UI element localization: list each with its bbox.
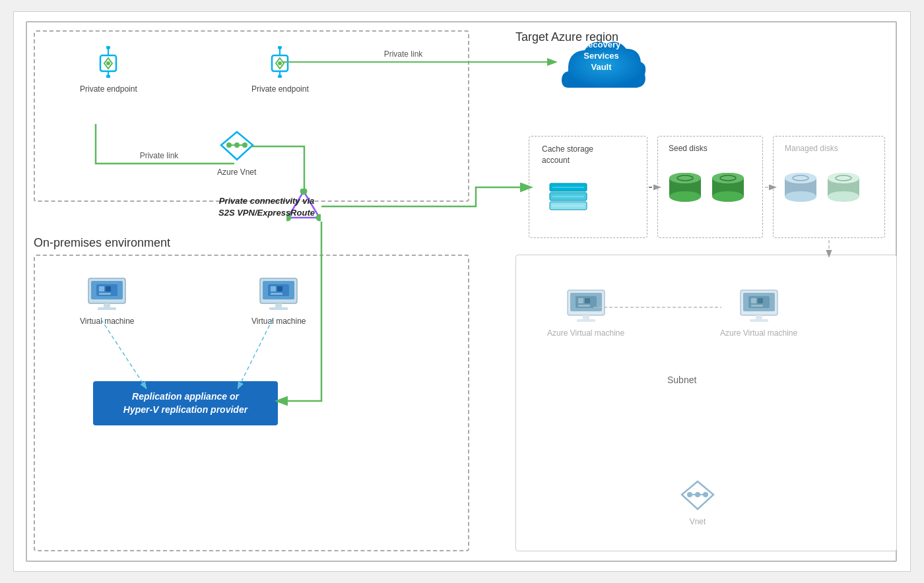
onprem-label: On-premises environment xyxy=(34,236,170,250)
svg-point-85 xyxy=(703,492,708,497)
svg-point-10 xyxy=(278,46,282,49)
svg-point-17 xyxy=(242,142,248,148)
replication-appliance-label: Replication appliance orHyper-V replicat… xyxy=(123,391,248,415)
svg-point-11 xyxy=(278,75,282,78)
target-vnet-icon-group: Vnet xyxy=(680,480,715,526)
svg-point-84 xyxy=(695,492,700,497)
azure-vnet-group: Azure Vnet xyxy=(217,131,256,177)
target-vnet-icon xyxy=(680,480,715,510)
svg-point-13 xyxy=(278,61,282,65)
svg-point-63 xyxy=(828,191,859,202)
svg-point-3 xyxy=(106,46,110,49)
svg-rect-68 xyxy=(583,315,589,319)
svg-rect-26 xyxy=(104,303,110,307)
svg-rect-73 xyxy=(578,305,590,307)
svg-rect-80 xyxy=(758,298,763,303)
svg-rect-76 xyxy=(756,315,762,319)
private-endpoint-1-group: Private endpoint xyxy=(80,46,137,94)
azure-vm-2-group: Azure Virtual machine xyxy=(720,288,797,338)
svg-rect-37 xyxy=(271,286,276,292)
private-endpoint-2-group: Private endpoint xyxy=(251,46,309,94)
svg-point-15 xyxy=(226,142,232,148)
svg-rect-79 xyxy=(751,298,756,303)
recovery-vault-label: RecoveryServicesVault xyxy=(555,40,647,73)
private-endpoint-2-icon xyxy=(264,46,296,78)
managed-disk-1 xyxy=(783,169,819,208)
azure-vm-1-label: Azure Virtual machine xyxy=(547,328,624,338)
diagram-container: Target Azure region RecoveryServicesVaul… xyxy=(13,11,911,572)
vm-1-icon xyxy=(86,276,128,310)
svg-point-6 xyxy=(106,61,110,65)
seed-disk-2 xyxy=(710,169,746,208)
svg-rect-34 xyxy=(275,303,282,307)
svg-point-48 xyxy=(669,191,701,202)
azure-vm-1-icon xyxy=(565,288,607,322)
svg-point-83 xyxy=(687,492,692,497)
seed-disk-1 xyxy=(667,169,704,208)
svg-point-53 xyxy=(712,191,744,202)
private-connectivity-label: Private connectivity viaS2S VPN/ExpressR… xyxy=(218,195,315,219)
svg-rect-72 xyxy=(585,298,590,303)
svg-rect-81 xyxy=(751,305,763,307)
svg-rect-38 xyxy=(277,286,282,292)
seed-disk-icons xyxy=(667,169,746,208)
svg-point-49 xyxy=(669,173,701,183)
svg-rect-31 xyxy=(99,293,111,295)
vm-2-icon xyxy=(257,276,300,310)
private-endpoint-1-icon xyxy=(92,46,124,78)
azure-vm-2-label: Azure Virtual machine xyxy=(720,328,797,338)
azure-vnet-label: Azure Vnet xyxy=(217,168,256,177)
svg-rect-29 xyxy=(99,286,104,292)
svg-point-59 xyxy=(785,173,816,183)
cache-storage-icon-group xyxy=(548,177,588,216)
managed-disk-2 xyxy=(826,169,862,208)
vm-2-label: Virtual machine xyxy=(251,317,306,326)
cache-storage-icon xyxy=(548,177,588,214)
azure-vm-2-icon xyxy=(738,288,780,322)
svg-rect-35 xyxy=(269,307,288,310)
private-endpoint-1-label: Private endpoint xyxy=(80,84,137,94)
subnet-label: Subnet xyxy=(667,375,696,385)
cache-storage-text: Cache storageaccount xyxy=(542,144,593,166)
azure-vm-1-group: Azure Virtual machine xyxy=(547,288,624,338)
seed-disks-text: Seed disks xyxy=(669,144,708,153)
managed-disk-icons xyxy=(783,169,862,208)
svg-rect-77 xyxy=(750,319,768,322)
vm-1-label: Virtual machine xyxy=(80,317,135,326)
svg-point-22 xyxy=(316,214,321,221)
vm-1-group: Virtual machine xyxy=(80,276,135,326)
vm-2-group: Virtual machine xyxy=(251,276,306,326)
svg-rect-39 xyxy=(271,293,282,295)
svg-rect-27 xyxy=(98,307,116,310)
svg-point-21 xyxy=(300,189,307,195)
private-endpoint-2-label: Private endpoint xyxy=(251,84,309,94)
svg-rect-30 xyxy=(106,286,111,292)
replication-appliance-box: Replication appliance orHyper-V replicat… xyxy=(93,381,278,425)
svg-point-58 xyxy=(785,191,816,202)
azure-vnet-icon xyxy=(220,131,254,161)
svg-point-4 xyxy=(106,75,110,78)
svg-rect-69 xyxy=(577,319,595,322)
svg-point-54 xyxy=(712,173,744,183)
svg-rect-71 xyxy=(578,298,583,303)
target-vnet-label: Vnet xyxy=(690,517,706,526)
managed-disks-text: Managed disks xyxy=(785,144,838,153)
svg-point-64 xyxy=(828,173,859,183)
svg-point-16 xyxy=(234,142,240,148)
